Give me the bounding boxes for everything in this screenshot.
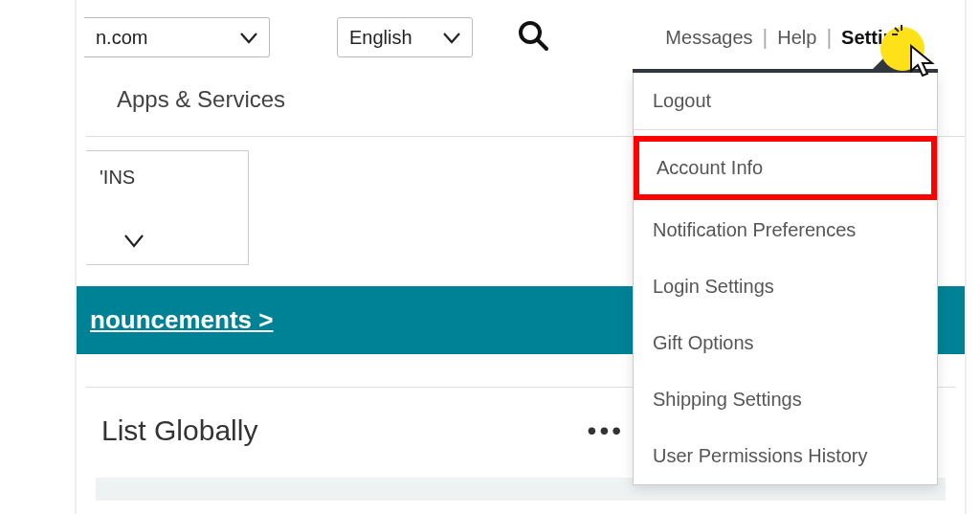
menu-item-account-info[interactable]: Account Info bbox=[634, 136, 937, 200]
messages-link[interactable]: Messages bbox=[656, 27, 762, 49]
chevron-down-icon bbox=[124, 231, 144, 253]
marketplace-label: n.com bbox=[96, 27, 147, 49]
menu-item-label: Gift Options bbox=[653, 332, 754, 353]
cursor-icon bbox=[909, 44, 938, 82]
menu-item-label: Shipping Settings bbox=[653, 389, 802, 410]
menu-item-gift-options[interactable]: Gift Options bbox=[634, 315, 937, 371]
menu-item-label: Logout bbox=[653, 90, 711, 111]
menu-item-label: Notification Preferences bbox=[653, 219, 856, 240]
filter-text: 'INS bbox=[100, 167, 135, 188]
click-lines-icon bbox=[892, 25, 911, 47]
filter-box[interactable]: 'INS bbox=[86, 150, 249, 265]
announcements-text: nouncements > bbox=[90, 305, 273, 334]
menu-top-bar bbox=[633, 69, 938, 73]
card-title: List Globally bbox=[101, 414, 257, 447]
menu-item-notification-preferences[interactable]: Notification Preferences bbox=[634, 202, 937, 258]
menu-item-label: Account Info bbox=[657, 157, 763, 178]
chevron-down-icon bbox=[240, 27, 257, 49]
marketplace-dropdown[interactable]: n.com bbox=[84, 17, 270, 57]
language-dropdown[interactable]: English bbox=[337, 17, 473, 57]
chevron-down-icon bbox=[443, 27, 460, 49]
help-link[interactable]: Help bbox=[768, 27, 826, 49]
svg-line-1 bbox=[538, 40, 546, 49]
subnav-apps-label: Apps & Services bbox=[117, 86, 285, 112]
menu-item-label: Login Settings bbox=[653, 276, 774, 297]
search-icon[interactable] bbox=[517, 19, 549, 56]
menu-item-label: User Permissions History bbox=[653, 445, 867, 466]
menu-item-logout[interactable]: Logout bbox=[634, 73, 937, 130]
menu-item-user-permissions-history[interactable]: User Permissions History bbox=[634, 428, 937, 484]
language-label: English bbox=[349, 27, 412, 49]
menu-item-shipping-settings[interactable]: Shipping Settings bbox=[634, 371, 937, 428]
svg-line-4 bbox=[895, 28, 899, 32]
menu-item-login-settings[interactable]: Login Settings bbox=[634, 258, 937, 315]
settings-dropdown-menu: Logout Account Info Notification Prefere… bbox=[633, 73, 938, 485]
